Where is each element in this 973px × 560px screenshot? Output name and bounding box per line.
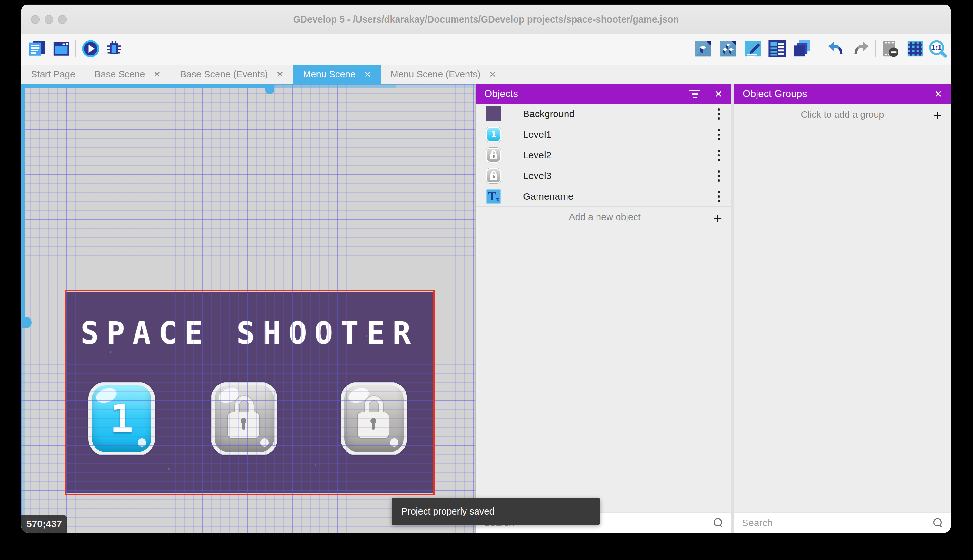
add-object-row[interactable]: Add a new object + (476, 207, 731, 227)
game-background-object[interactable]: SPACE SHOOTER 1 (67, 292, 433, 493)
objects-panel: Objects ✕ Background 1 Level1 (476, 84, 731, 533)
row-menu-icon[interactable] (715, 128, 723, 142)
editor-tabbar: Start Page Base Scene ✕ Base Scene (Even… (21, 65, 951, 84)
scene-canvas[interactable]: SPACE SHOOTER 1 570;437 (21, 84, 475, 533)
level2-locked-object[interactable] (211, 382, 277, 455)
object-editor-icon[interactable] (694, 39, 712, 58)
instances-editor-icon[interactable] (719, 39, 738, 58)
groups-search-bar (734, 513, 951, 533)
svg-text:1:1: 1:1 (931, 44, 942, 51)
close-icon[interactable]: ✕ (715, 88, 723, 100)
tab-base-scene-events[interactable]: Base Scene (Events) ✕ (170, 65, 293, 84)
debugger-bug-icon[interactable] (105, 39, 123, 58)
object-row-level3[interactable]: Level3 (476, 166, 731, 186)
tab-menu-scene[interactable]: Menu Scene ✕ (293, 65, 381, 84)
frame-minus-icon[interactable] (880, 39, 900, 58)
objects-panel-header: Objects ✕ (476, 84, 731, 104)
window-title: GDevelop 5 - /Users/dkarakay/Documents/G… (21, 5, 951, 34)
background-thumbnail (486, 107, 501, 121)
toolbar-divider (819, 40, 820, 57)
filter-icon[interactable] (690, 90, 700, 98)
object-row-background[interactable]: Background (476, 104, 731, 124)
cursor-coordinates-badge: 570;437 (21, 515, 67, 533)
undo-icon[interactable] (826, 39, 846, 58)
row-menu-icon[interactable] (715, 190, 723, 203)
object-groups-panel: Object Groups ✕ Click to add a group + (734, 84, 951, 533)
redo-icon[interactable] (850, 39, 871, 58)
search-icon (714, 518, 723, 528)
level1-thumbnail: 1 (486, 127, 501, 142)
tab-close-icon[interactable]: ✕ (276, 69, 283, 80)
gdevelop-window: GDevelop 5 - /Users/dkarakay/Documents/G… (21, 5, 951, 533)
preview-play-icon[interactable] (81, 39, 100, 58)
horizontal-scrollbar-thumb[interactable] (265, 85, 274, 94)
lock-icon (490, 171, 498, 181)
close-icon[interactable]: ✕ (934, 88, 942, 100)
object-row-level2[interactable]: Level2 (476, 145, 731, 165)
panel-divider[interactable] (731, 84, 734, 533)
search-icon (933, 518, 943, 528)
row-menu-icon[interactable] (715, 107, 723, 121)
vertical-scrollbar[interactable] (21, 84, 25, 323)
toolbar-divider (901, 40, 901, 57)
level3-thumbnail (486, 168, 501, 183)
groups-search-input[interactable] (742, 517, 933, 528)
object-row-gamename[interactable]: Tx Gamename (476, 187, 731, 207)
preview-window-icon[interactable] (52, 39, 71, 58)
level1-number: 1 (110, 396, 133, 442)
row-menu-icon[interactable] (715, 169, 723, 183)
project-manager-icon[interactable] (28, 39, 47, 58)
grid-icon[interactable] (906, 39, 925, 58)
lock-icon (358, 396, 390, 441)
vertical-scrollbar-thumb[interactable] (22, 317, 32, 328)
tab-start-page[interactable]: Start Page (21, 65, 85, 84)
tab-menu-scene-events[interactable]: Menu Scene (Events) ✕ (381, 65, 506, 84)
lock-icon (490, 150, 498, 160)
plus-icon[interactable]: + (933, 107, 942, 124)
editor-content: SPACE SHOOTER 1 570;437 (21, 84, 951, 533)
add-group-row[interactable]: Click to add a group + (734, 104, 951, 125)
tab-close-icon[interactable]: ✕ (489, 69, 496, 80)
game-title-text-object[interactable]: SPACE SHOOTER (67, 315, 433, 351)
text-object-thumbnail: Tx (486, 189, 501, 204)
tab-close-icon[interactable]: ✕ (364, 69, 372, 80)
zoom-one-to-one-icon[interactable]: 1:1 (928, 39, 947, 58)
object-row-level1[interactable]: 1 Level1 (476, 125, 731, 145)
toolbar-divider (75, 40, 76, 57)
level3-locked-object[interactable] (341, 382, 407, 455)
titlebar: GDevelop 5 - /Users/dkarakay/Documents/G… (21, 5, 951, 34)
groups-panel-header: Object Groups ✕ (734, 84, 951, 104)
objects-panel-title: Objects (484, 88, 518, 100)
properties-pencil-icon[interactable] (744, 39, 762, 58)
tab-base-scene[interactable]: Base Scene ✕ (85, 65, 170, 84)
main-toolbar: 1:1 (21, 34, 951, 65)
lock-icon (228, 396, 260, 441)
save-toast: Project properly saved (392, 498, 600, 525)
row-menu-icon[interactable] (715, 148, 723, 162)
groups-panel-title: Object Groups (743, 88, 807, 100)
level2-thumbnail (486, 148, 501, 163)
horizontal-scrollbar[interactable] (21, 84, 475, 88)
toolbar-divider (875, 40, 876, 57)
layers-icon[interactable] (792, 39, 811, 58)
plus-icon[interactable]: + (713, 210, 722, 227)
objects-list-icon[interactable] (768, 39, 786, 58)
tab-close-icon[interactable]: ✕ (153, 69, 161, 80)
level1-button-object[interactable]: 1 (88, 382, 155, 455)
